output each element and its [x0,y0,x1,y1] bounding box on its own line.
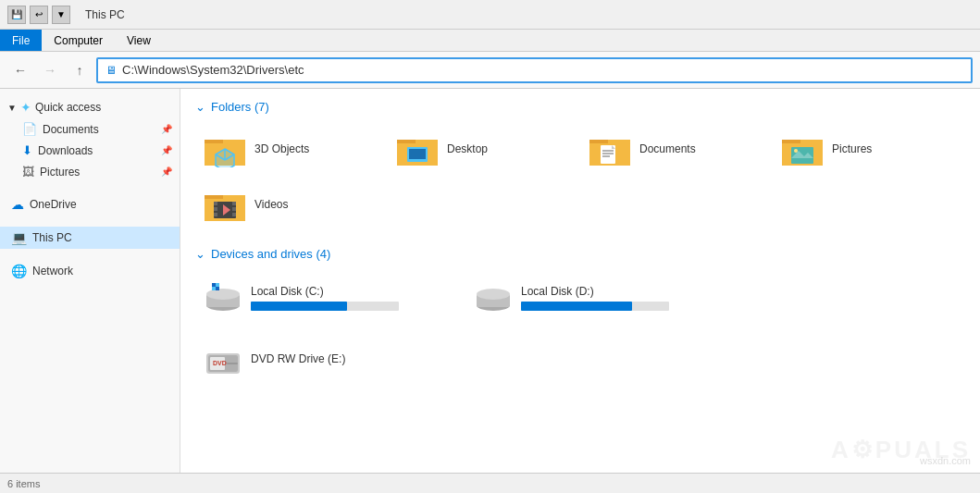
sidebar-item-this-pc[interactable]: 💻 This PC [0,227,180,249]
folders-grid: 3D Objects Desktop [195,125,965,228]
pin-icon-pic: 📌 [161,166,172,177]
folder-videos[interactable]: Videos [195,180,380,228]
drive-d-label: Local Disk (D:) [521,285,717,298]
status-bar: 6 items [0,473,980,493]
devices-label: Devices and drives (4) [211,247,330,261]
folder-3d-icon [203,130,247,167]
content-area: ⌄ Folders (7) [180,89,980,492]
tab-computer[interactable]: Computer [42,30,115,51]
tab-file[interactable]: File [0,30,42,51]
this-pc-icon: 💻 [11,230,27,245]
drive-dvd-e[interactable]: DVD DVD RW Drive (E:) [195,335,454,387]
svg-point-28 [794,149,798,153]
address-icon: 🖥 [105,64,117,77]
address-input[interactable] [122,63,963,77]
sidebar-item-pictures[interactable]: 🖼 Pictures 📌 [0,161,180,182]
drive-e-info: DVD RW Drive (E:) [251,352,447,369]
svg-rect-36 [232,202,236,205]
pin-icon: 📌 [161,124,172,134]
chevron-icon: ▼ [7,103,17,113]
svg-text:DVD: DVD [213,360,227,366]
svg-rect-44 [212,283,216,287]
drive-c-label: Local Disk (C:) [251,285,447,298]
drive-d-info: Local Disk (D:) [521,285,717,311]
drives-grid: Local Disk (C:) Local Disk (D:) [195,272,965,387]
ribbon-tabs: File Computer View [0,30,980,51]
svg-rect-33 [214,202,217,205]
window-title: This PC [85,8,125,21]
drive-c-icon [203,277,243,318]
downloads-icon: ⬇ [22,143,32,157]
folder-3d-label: 3D Objects [254,142,309,155]
ribbon: File Computer View [0,30,980,52]
status-text: 6 items [7,478,40,489]
forward-button[interactable]: → [37,57,63,83]
svg-rect-37 [232,207,236,211]
folder-documents[interactable]: Documents [580,125,765,173]
svg-marker-9 [397,140,416,143]
sidebar: ▼ ✦ Quick access 📄 Documents 📌 ⬇ Downloa… [0,89,180,492]
drive-e-icon: DVD [203,340,243,381]
folder-pictures[interactable]: Pictures [773,125,958,173]
folder-3d-objects[interactable]: 3D Objects [195,125,380,173]
address-box: 🖥 [96,57,973,83]
folder-desktop[interactable]: Desktop [388,125,573,173]
svg-marker-1 [205,140,223,143]
svg-point-42 [206,289,240,300]
folders-label: Folders (7) [211,100,269,114]
pictures-label: Pictures [40,166,80,179]
up-button[interactable]: ↑ [67,57,93,83]
svg-rect-46 [212,287,216,290]
devices-chevron: ⌄ [195,247,205,261]
onedrive-icon: ☁ [11,197,24,212]
folder-desktop-icon [395,130,440,167]
customize-icon[interactable]: ▼ [52,6,70,24]
quick-access-label: Quick access [35,101,101,114]
downloads-label: Downloads [38,144,93,157]
tab-view[interactable]: View [115,30,163,51]
sidebar-item-onedrive[interactable]: ☁ OneDrive [0,193,180,216]
sidebar-item-network[interactable]: 🌐 Network [0,260,180,282]
network-label: Network [32,265,73,277]
svg-rect-13 [413,160,422,162]
folders-section-header[interactable]: ⌄ Folders (7) [195,100,965,114]
pictures-icon: 🖼 [22,165,34,179]
sidebar-section-quick-access[interactable]: ▼ ✦ Quick access [0,96,180,118]
watermark-url: wsxdn.com [920,455,971,466]
devices-section-header[interactable]: ⌄ Devices and drives (4) [195,247,965,261]
folders-chevron: ⌄ [195,100,205,114]
svg-rect-34 [214,207,217,211]
quick-access-icon: ✦ [20,100,31,115]
folder-videos-label: Videos [254,198,288,211]
folder-pictures-label: Pictures [832,142,872,155]
svg-rect-47 [216,287,219,290]
svg-rect-12 [409,149,426,159]
sidebar-item-downloads[interactable]: ⬇ Downloads 📌 [0,140,180,161]
svg-marker-15 [589,140,608,143]
drive-c-bar-bg [251,302,399,311]
folder-documents-label: Documents [639,142,696,155]
network-icon: 🌐 [11,264,27,278]
undo-icon[interactable]: ↩ [30,6,48,24]
svg-rect-45 [216,283,219,287]
save-icon[interactable]: 💾 [7,6,26,24]
back-button[interactable]: ← [7,57,33,83]
address-bar-area: ← → ↑ 🖥 [0,52,980,89]
title-bar-icons: 💾 ↩ ▼ [7,6,70,24]
pin-icon-dl: 📌 [161,145,172,155]
drive-local-c[interactable]: Local Disk (C:) [195,272,454,324]
this-pc-label: This PC [32,231,72,244]
drive-d-icon [473,277,514,318]
svg-point-50 [477,289,510,300]
sidebar-item-documents[interactable]: 📄 Documents 📌 [0,118,180,140]
folder-videos-icon [203,186,247,223]
folder-documents-icon [588,130,632,167]
svg-rect-38 [232,213,236,216]
title-bar: 💾 ↩ ▼ This PC [0,0,980,30]
svg-rect-35 [214,213,217,216]
onedrive-label: OneDrive [30,198,77,211]
drive-d-bar-fill [521,302,632,311]
documents-icon: 📄 [22,122,37,136]
drive-local-d[interactable]: Local Disk (D:) [465,272,725,324]
folder-desktop-label: Desktop [447,142,488,155]
